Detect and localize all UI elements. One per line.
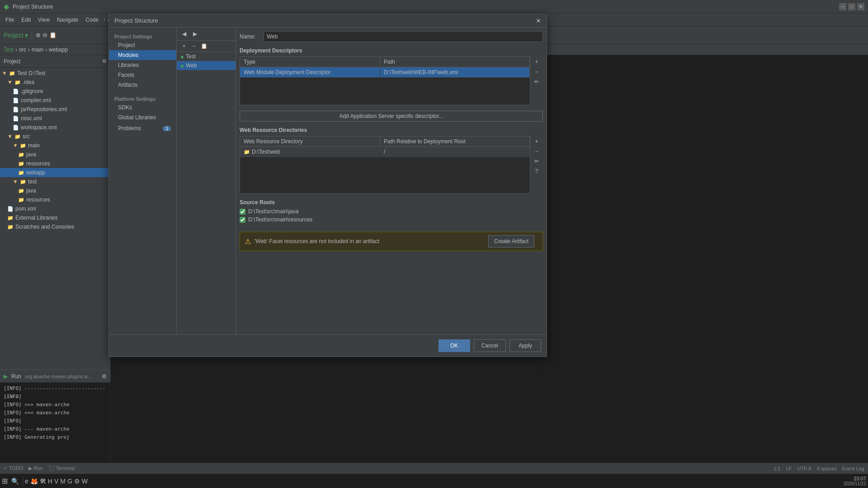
todo-tab[interactable]: ✓ TODO (4, 465, 23, 471)
taskbar-app1[interactable]: H (48, 478, 52, 485)
td-web-dir-1: 📁 D:\Test\web (240, 147, 380, 157)
sidebar-libraries[interactable]: Libraries (109, 60, 176, 70)
tree-item-test[interactable]: ▼ 📁 Test D:\Test (0, 69, 110, 78)
toolbar-btn-2[interactable]: ⊖ (42, 32, 47, 38)
event-log-btn[interactable]: Event Log (842, 466, 864, 471)
tree-item-webapp[interactable]: 📁 webapp (0, 168, 110, 177)
taskbar-app3[interactable]: M (60, 478, 66, 485)
tree-item-main[interactable]: ▼ 📁 main (0, 141, 110, 150)
warning-icon: ⚠ (245, 237, 251, 246)
terminal-tab[interactable]: ⬛ Terminal (48, 465, 75, 471)
toolbar-btn-3[interactable]: 📋 (49, 32, 57, 38)
nav-forward-btn[interactable]: ▶ (190, 29, 199, 38)
tree-item-java1[interactable]: 📁 java (0, 150, 110, 159)
project-dropdown[interactable]: Project ▾ (4, 32, 28, 39)
create-artifact-btn[interactable]: Create Artifact (488, 235, 534, 248)
close-btn[interactable]: ✕ (857, 3, 864, 10)
th-deploy-path: Path Relative to Deployment Root (380, 136, 530, 146)
menu-navigate[interactable]: Navigate (53, 16, 82, 24)
deployment-table: Type Path Web Module Deployment Descript… (240, 56, 530, 105)
web-resource-remove-btn[interactable]: − (532, 147, 541, 156)
tree-item-gitignore[interactable]: 📄 .gitignore (0, 87, 110, 96)
tree-item-jar[interactable]: 📄 jarRepositories.xml (0, 105, 110, 114)
taskbar-app2[interactable]: V (54, 478, 58, 485)
sidebar-modules[interactable]: Modules (109, 50, 176, 60)
cancel-btn[interactable]: Cancel (474, 339, 506, 352)
sidebar-project[interactable]: Project (109, 40, 176, 50)
taskbar-firefox[interactable]: 🦊 (30, 478, 38, 485)
source-root-1-checkbox[interactable] (240, 209, 245, 215)
copy-module-btn[interactable]: 📋 (199, 42, 208, 51)
window-controls: ─ □ ✕ (839, 3, 864, 10)
tree-item-test-folder[interactable]: ▼ 📁 test (0, 177, 110, 186)
menu-edit[interactable]: Edit (18, 16, 34, 24)
tree-item-workspace[interactable]: 📄 workspace.xml (0, 123, 110, 132)
ok-btn[interactable]: OK (439, 339, 470, 352)
module-test[interactable]: ◆ Test (177, 52, 236, 61)
web-resource-add-btn[interactable]: + (532, 137, 541, 146)
breadcrumb-item-4[interactable]: webapp (49, 47, 68, 53)
breadcrumb-item-1[interactable]: Test (4, 47, 14, 53)
tree-item-pom[interactable]: 📄 pom.xml (0, 204, 110, 213)
source-root-2-checkbox[interactable] (240, 217, 245, 223)
toolbar-btn-1[interactable]: ⊕ (36, 32, 41, 38)
minimize-btn[interactable]: ─ (839, 3, 846, 10)
tree-item-scratches[interactable]: 📁 Scratches and Consoles (0, 222, 110, 231)
tree-item-compiler[interactable]: 📄 compiler.xml (0, 96, 110, 105)
web-resource-side-buttons: + − ✏ ? (530, 136, 543, 194)
dialog-close-btn[interactable]: ✕ (536, 17, 541, 24)
title-text: Project Structure (13, 4, 53, 10)
tree-item-external[interactable]: 📁 External Libraries (0, 213, 110, 222)
taskbar-app6[interactable]: W (82, 478, 88, 485)
menu-file[interactable]: File (2, 16, 18, 24)
search-btn[interactable]: 🔍 (11, 478, 19, 485)
tree-item-resources2[interactable]: 📁 resources (0, 195, 110, 204)
apply-btn[interactable]: Apply (509, 339, 541, 352)
deployment-section-title: Deployment Descriptors (240, 47, 543, 54)
maximize-btn[interactable]: □ (848, 3, 855, 10)
run-settings-icon[interactable]: ⚙ (102, 373, 107, 380)
menu-code[interactable]: Code (82, 16, 102, 24)
web-resource-row-1[interactable]: 📁 D:\Test\web / (240, 147, 530, 157)
tree-item-java2[interactable]: 📁 java (0, 186, 110, 195)
taskbar-edge[interactable]: e (25, 478, 28, 485)
breadcrumb-item-3[interactable]: main (32, 47, 43, 53)
dialog-body: Project Settings Project Modules Librari… (109, 28, 547, 334)
sidebar-artifacts[interactable]: Artifacts (109, 80, 176, 90)
name-input[interactable] (264, 31, 543, 42)
tree-item-misc[interactable]: 📄 misc.xml (0, 114, 110, 123)
td-path-1: D:\Test\web\WEB-INF\web.xml (380, 67, 530, 77)
sidebar-global-libraries[interactable]: Global Libraries (109, 113, 176, 122)
sidebar-problems[interactable]: Problems 1 (109, 122, 176, 134)
td-type-1: Web Module Deployment Descriptor (240, 67, 380, 77)
tree-item-resources1[interactable]: 📁 resources (0, 159, 110, 168)
breadcrumb-item-2[interactable]: src (19, 47, 26, 53)
panel-settings-icon[interactable]: ⚙ (102, 58, 107, 64)
run-line-3: [INFO] >>> maven-arche (4, 401, 107, 409)
nav-back-btn[interactable]: ◀ (179, 29, 189, 38)
deployment-edit-btn[interactable]: ✏ (532, 77, 541, 86)
web-resource-table-container: Web Resource Directory Path Relative to … (240, 136, 543, 194)
sidebar-sdks[interactable]: SDKs (109, 103, 176, 113)
deployment-add-btn[interactable]: + (532, 57, 541, 66)
remove-module-btn[interactable]: − (189, 42, 198, 51)
deployment-remove-btn[interactable]: − (532, 67, 541, 76)
add-module-btn[interactable]: + (179, 42, 189, 51)
source-root-1-path: D:\Test\src\main\java (248, 208, 298, 215)
taskbar-app4[interactable]: G (67, 478, 72, 485)
web-resource-edit-btn[interactable]: ✏ (532, 157, 541, 166)
taskbar-app5[interactable]: ⚙ (74, 478, 80, 485)
tree-item-src[interactable]: ▼ 📁 src (0, 132, 110, 141)
tree-item-idea[interactable]: ▼ 📁 .idea (0, 78, 110, 87)
menu-view[interactable]: View (34, 16, 53, 24)
web-resource-help-btn[interactable]: ? (532, 167, 541, 176)
deployment-row-1[interactable]: Web Module Deployment Descriptor D:\Test… (240, 67, 530, 78)
run-tab[interactable]: ▶ Run (28, 465, 42, 471)
panel-title: Project (4, 58, 20, 65)
module-web[interactable]: ◆ Web (177, 61, 236, 70)
add-server-descriptor-btn[interactable]: Add Application Server specific descript… (240, 111, 543, 122)
th-path: Path (380, 57, 530, 67)
taskbar-intellij[interactable]: 🛠 (40, 478, 46, 485)
start-btn[interactable]: ⊞ (2, 477, 8, 485)
sidebar-facets[interactable]: Facets (109, 70, 176, 80)
